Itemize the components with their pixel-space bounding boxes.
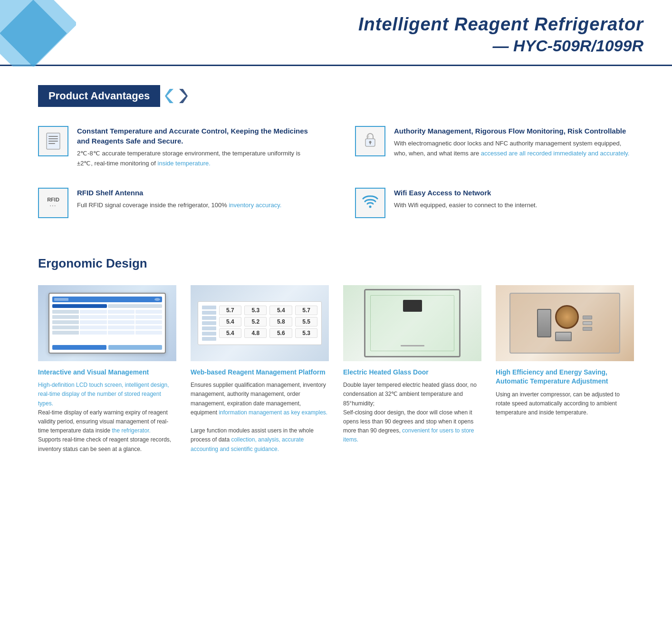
ergo-item-desc-efficiency: Using an inverter compressor, can be adj… — [496, 390, 634, 418]
svg-point-11 — [369, 206, 372, 208]
feature-item-rfid: RFID ··· RFID Shelf Antenna Full RFID si… — [38, 188, 317, 218]
feature-desc-temp: 2℃-8℃ accurate temperature storage envir… — [77, 149, 317, 169]
ergo-item-title-glass: Electric Heated Glass Door — [343, 368, 481, 377]
features-grid: Constant Temperature and Accurate Contro… — [38, 126, 634, 218]
feature-icon-wifi — [355, 188, 385, 218]
compressor-block — [555, 332, 572, 341]
section-title-icon — [165, 87, 188, 105]
feature-title-wifi: Wifi Easy Access to Network — [394, 188, 537, 198]
ergo-item-interactive: Interactive and Visual Management High-d… — [38, 285, 176, 454]
feature-icon-authority — [355, 126, 385, 156]
ergonomic-design-section: Ergonomic Design — [0, 242, 672, 473]
section-title-bar: Product Advantages — [38, 85, 634, 107]
header-decoration — [0, 0, 76, 67]
ergo-item-glass: Electric Heated Glass Door Double layer … — [343, 285, 481, 454]
product-advantages-title: Product Advantages — [48, 90, 150, 102]
feature-item-authority: Authority Management, Rigorous Flow Moni… — [355, 126, 634, 169]
ergo-image-compressor — [496, 285, 634, 361]
section-title-bg: Product Advantages — [38, 85, 160, 107]
svg-rect-10 — [366, 135, 369, 138]
diamond-brackets-icon — [165, 87, 188, 105]
svg-rect-6 — [48, 143, 55, 144]
feature-content-authority: Authority Management, Rigorous Flow Moni… — [394, 126, 634, 159]
compressor-circle-1 — [555, 305, 579, 329]
document-icon — [45, 132, 62, 150]
rfid-dots: ··· — [50, 203, 57, 209]
screen-display — [403, 300, 422, 312]
svg-rect-9 — [370, 143, 371, 144]
feature-desc-rfid: Full RFID signal coverage inside the ref… — [77, 201, 281, 211]
ergonomic-grid: Interactive and Visual Management High-d… — [38, 285, 634, 454]
ergo-item-desc-interactive: High-definition LCD touch screen, intell… — [38, 381, 176, 454]
glass-door-visual — [364, 289, 461, 357]
rfid-label: RFID — [47, 197, 59, 202]
wifi-icon — [361, 193, 379, 212]
compressor-rect — [537, 309, 551, 337]
feature-desc-authority: With electromagnetic door locks and NFC … — [394, 139, 634, 159]
ergo-item-title-interactive: Interactive and Visual Management — [38, 368, 176, 377]
lock-icon — [362, 131, 379, 152]
ergo-item-title-web: Web-based Reagent Management Platform — [191, 368, 329, 377]
feature-title-authority: Authority Management, Rigorous Flow Moni… — [394, 126, 634, 136]
product-advantages-section: Product Advantages — [0, 71, 672, 242]
feature-content-rfid: RFID Shelf Antenna Full RFID signal cove… — [77, 188, 281, 211]
ergo-item-efficiency: High Efficiency and Energy Saving, Autom… — [496, 285, 634, 454]
feature-title-rfid: RFID Shelf Antenna — [77, 188, 281, 198]
lcd-screen — [48, 293, 166, 354]
svg-rect-3 — [48, 136, 58, 137]
ergo-item-desc-glass: Double layer tempered electric heated gl… — [343, 381, 481, 444]
feature-item-temp-control: Constant Temperature and Accurate Contro… — [38, 126, 317, 169]
rfid-icon: RFID ··· — [47, 197, 59, 209]
feature-content-wifi: Wifi Easy Access to Network With Wifi eq… — [394, 188, 537, 211]
feature-icon-rfid: RFID ··· — [38, 188, 68, 218]
ergonomic-title: Ergonomic Design — [38, 256, 634, 271]
feature-item-wifi: Wifi Easy Access to Network With Wifi eq… — [355, 188, 634, 218]
feature-desc-wifi: With Wifi equipped, easier to connect to… — [394, 201, 537, 211]
ergo-image-lcd — [38, 285, 176, 361]
ergo-image-glass — [343, 285, 481, 361]
header-subtitle: — HYC-509R/1099R — [493, 37, 643, 55]
feature-icon-temp — [38, 126, 68, 156]
ergo-item-desc-web: Ensures supplier qualification managemen… — [191, 381, 329, 454]
compressor-visual — [509, 293, 620, 354]
ergo-item-title-efficiency: High Efficiency and Energy Saving, Autom… — [496, 368, 634, 386]
page-header: Intelligent Reagent Refrigerator — HYC-5… — [0, 0, 672, 66]
compressor-parts — [555, 305, 579, 341]
feature-title-temp: Constant Temperature and Accurate Contro… — [77, 126, 317, 146]
svg-marker-1 — [179, 89, 188, 103]
ergo-image-web: 5.7 5.3 5.4 5.7 5.4 5.2 5.8 5.5 — [191, 285, 329, 361]
feature-content-temp: Constant Temperature and Accurate Contro… — [77, 126, 317, 169]
compressor-pipes — [583, 316, 592, 331]
svg-rect-4 — [48, 138, 58, 139]
web-table-visualization: 5.7 5.3 5.4 5.7 5.4 5.2 5.8 5.5 — [198, 301, 322, 345]
header-title: Intelligent Reagent Refrigerator — [358, 14, 643, 35]
ergo-item-web: 5.7 5.3 5.4 5.7 5.4 5.2 5.8 5.5 — [191, 285, 329, 454]
svg-marker-0 — [165, 89, 173, 103]
svg-rect-5 — [48, 141, 58, 142]
